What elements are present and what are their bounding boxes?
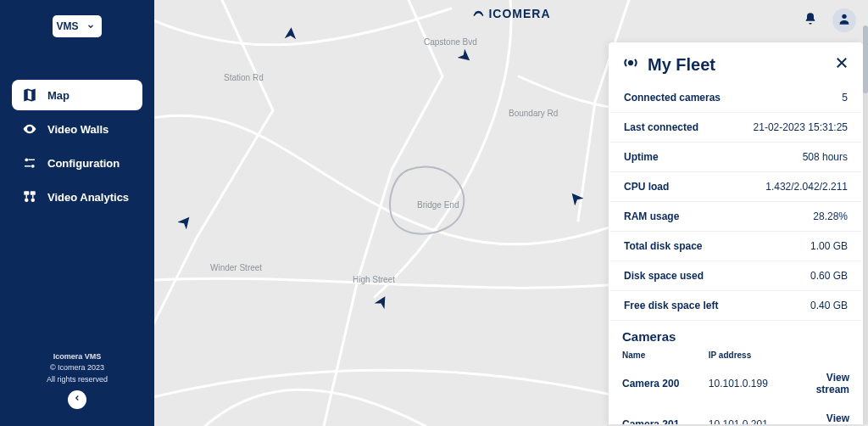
- map-icon: [22, 87, 37, 103]
- camera-ip: 10.101.0.199: [709, 378, 799, 390]
- cameras-header-row: Name IP address: [609, 347, 863, 363]
- panel-title: My Fleet: [648, 55, 826, 75]
- stat-value: 0.40 GB: [810, 300, 848, 311]
- stat-row: Disk space used0.60 GB: [610, 261, 861, 291]
- svg-point-9: [629, 61, 632, 64]
- stat-value: 1.432/2.042/2.211: [765, 181, 848, 193]
- stat-label: Free disk space left: [624, 300, 718, 311]
- cameras-section-title: Cameras: [609, 321, 863, 347]
- brand-name: ICOMERA: [488, 7, 550, 20]
- stat-row: RAM usage28.28%: [610, 202, 861, 232]
- stat-label: Total disk space: [624, 240, 702, 252]
- svg-rect-3: [25, 165, 31, 167]
- user-icon: [837, 12, 851, 29]
- close-icon: [834, 59, 849, 73]
- svg-point-0: [25, 158, 28, 161]
- panel-header: My Fleet: [609, 42, 863, 83]
- nav-item-label: Map: [47, 89, 70, 102]
- camera-ip: 10.101.0.201: [709, 418, 799, 424]
- panel-scrollbar-thumb[interactable]: [863, 25, 868, 93]
- svg-point-7: [31, 199, 36, 203]
- svg-rect-1: [29, 160, 36, 161]
- footer-copyright: © Icomera 2023: [0, 362, 154, 374]
- stat-row: CPU load1.432/2.042/2.211: [610, 172, 861, 202]
- stat-label: Connected cameras: [624, 92, 721, 104]
- stat-label: Uptime: [624, 151, 659, 163]
- svg-point-2: [31, 165, 35, 168]
- vehicle-marker[interactable]: [458, 49, 473, 64]
- camera-name: Camera 201: [622, 418, 709, 424]
- nav: Map Video Walls Configuration Video Anal…: [0, 80, 154, 212]
- nav-item-video-analytics[interactable]: Video Analytics: [12, 182, 142, 212]
- cameras-list: Camera 20010.101.0.199View streamCamera …: [609, 363, 863, 424]
- view-stream-link[interactable]: View stream: [799, 372, 849, 395]
- stat-value: 1.00 GB: [810, 240, 848, 252]
- nav-item-label: Video Walls: [47, 123, 108, 136]
- stat-row: Total disk space1.00 GB: [610, 232, 861, 261]
- panel-close-button[interactable]: [834, 55, 849, 74]
- stats-list: Connected cameras5Last connected21-02-20…: [609, 83, 863, 321]
- svg-point-8: [842, 14, 846, 19]
- nav-item-map[interactable]: Map: [12, 80, 142, 110]
- svg-rect-5: [31, 191, 36, 195]
- stat-label: RAM usage: [624, 210, 679, 222]
- brand-swoosh-icon: [471, 7, 485, 20]
- svg-point-6: [25, 199, 29, 203]
- brand-logo: ICOMERA: [471, 7, 550, 20]
- stat-value: 5: [842, 92, 848, 104]
- chevron-down-icon: [83, 19, 98, 34]
- cameras-header-ip: IP address: [709, 350, 799, 360]
- footer-product-name: Icomera VMS: [0, 351, 154, 363]
- broadcast-icon: [622, 54, 639, 75]
- sidebar-footer: Icomera VMS © Icomera 2023 All rights re…: [0, 351, 154, 427]
- sliders-icon: [22, 155, 37, 171]
- stat-row: Uptime508 hours: [610, 143, 861, 172]
- analytics-icon: [22, 189, 37, 205]
- chevron-left-icon: [73, 394, 81, 406]
- vehicle-marker[interactable]: [568, 190, 583, 205]
- eye-icon: [22, 121, 37, 137]
- stat-value: 508 hours: [803, 151, 848, 163]
- product-switch-label: VMS: [56, 20, 78, 32]
- panel-scrollbar-track[interactable]: [863, 42, 868, 424]
- stat-label: Disk space used: [624, 270, 704, 282]
- bell-icon: [804, 12, 817, 29]
- view-stream-link[interactable]: View stream: [799, 412, 849, 424]
- footer-rights: All rights reserved: [0, 374, 154, 386]
- stat-label: CPU load: [624, 181, 669, 193]
- stat-value: 28.28%: [813, 210, 848, 222]
- fleet-panel: My Fleet Connected cameras5Last connecte…: [609, 42, 863, 424]
- map-area[interactable]: Capstone Bvd Station Rd Boundary Rd Brid…: [154, 0, 868, 426]
- sidebar-collapse-button[interactable]: [68, 390, 86, 409]
- stat-row: Free disk space left0.40 GB: [610, 291, 861, 321]
- stat-value: 21-02-2023 15:31:25: [754, 121, 848, 133]
- vehicle-marker[interactable]: [178, 214, 193, 229]
- camera-name: Camera 200: [622, 378, 709, 390]
- camera-row: Camera 20110.101.0.201View stream: [609, 404, 863, 424]
- stat-value: 0.60 GB: [810, 270, 848, 282]
- stat-row: Last connected21-02-2023 15:31:25: [610, 113, 861, 143]
- vehicle-marker[interactable]: [375, 294, 390, 309]
- cameras-header-name: Name: [622, 350, 709, 360]
- nav-item-label: Video Analytics: [47, 191, 129, 204]
- nav-item-label: Configuration: [47, 157, 120, 170]
- account-button[interactable]: [832, 8, 856, 32]
- camera-row: Camera 20010.101.0.199View stream: [609, 363, 863, 404]
- nav-item-configuration[interactable]: Configuration: [12, 148, 142, 178]
- stat-row: Connected cameras5: [610, 83, 861, 113]
- notifications-button[interactable]: [798, 8, 822, 32]
- product-switch[interactable]: VMS: [53, 15, 102, 37]
- stat-label: Last connected: [624, 121, 698, 133]
- vehicle-marker[interactable]: [283, 25, 298, 41]
- sidebar: VMS Map Video Walls C: [0, 0, 154, 426]
- svg-rect-4: [24, 191, 29, 195]
- top-actions: [798, 8, 856, 32]
- nav-item-video-walls[interactable]: Video Walls: [12, 114, 142, 144]
